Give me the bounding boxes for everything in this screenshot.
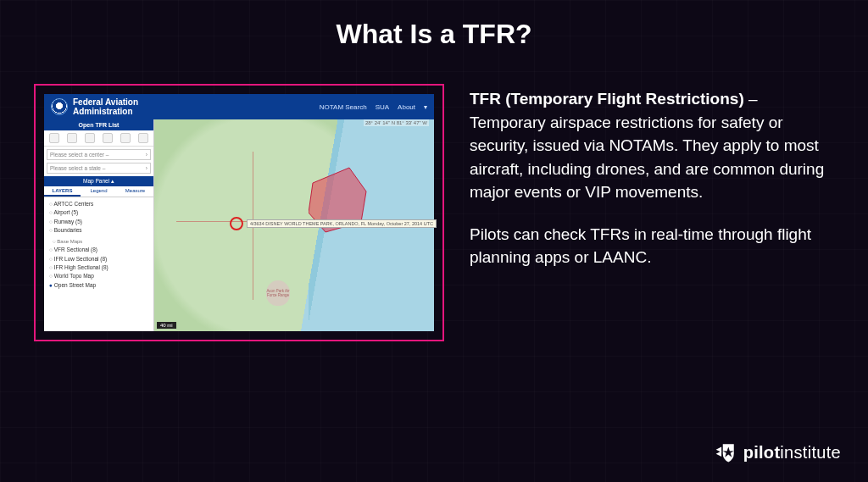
paragraph-1: TFR (Temporary Flight Restrictions) – Te… [470,87,834,204]
chevron-down-icon: ▾ [424,103,427,111]
tab-legend[interactable]: Legend [81,186,117,197]
layer-item-selected[interactable]: Open Street Map [49,281,148,290]
slide-title: What Is a TFR? [0,0,868,50]
tool-icon[interactable] [85,133,95,143]
brand-shield-wings-icon [715,441,737,463]
restricted-area-blob: Avon Park Air Force Range [266,280,290,306]
brand-rest: institute [780,443,841,462]
dash: – [744,90,758,108]
select-state-label: Please select a state – [50,165,105,171]
layer-item[interactable]: Runway (5) [49,218,148,226]
select-center-label: Please select a center – [50,152,108,158]
nav-sua[interactable]: SUA [376,103,389,111]
faa-screenshot-figure: Federal Aviation Administration NOTAM Se… [34,84,444,341]
tool-icon[interactable] [120,133,131,143]
layers-list: ARTCC Centers Airport (5) Runway (5) Bou… [44,197,153,292]
layer-item[interactable]: World Topo Map [49,272,148,280]
tool-icon[interactable] [103,133,113,143]
tfr-info-label[interactable]: 4/3634 DISNEY WORLD THEME PARK, ORLANDO,… [247,219,437,228]
explainer-text: TFR (Temporary Flight Restrictions) – Te… [470,84,834,269]
content-row: Federal Aviation Administration NOTAM Se… [0,50,868,341]
map-canvas[interactable]: 28° 24' 14" N 81° 33' 47" W 4/3634 DISNE… [154,119,434,331]
tool-icon[interactable] [138,133,148,143]
coordinate-readout: 28° 24' 14" N 81° 33' 47" W [364,119,429,126]
layer-item[interactable]: ARTCC Centers [49,200,148,208]
tab-measure[interactable]: Measure [117,186,153,197]
faa-header-bar: Federal Aviation Administration NOTAM Se… [44,94,434,119]
chevron-right-icon: › [146,165,147,171]
brand-bold: pilot [743,443,781,462]
map-panel-header[interactable]: Map Panel ▴ [44,176,153,186]
tool-icon[interactable] [49,133,59,143]
faa-org-name: Federal Aviation Administration [73,97,138,116]
layer-item[interactable]: Boundaries [49,226,148,235]
map-scale: 40 mi [157,322,176,329]
chevron-right-icon: › [146,152,147,158]
nav-about[interactable]: About [398,103,415,111]
brand-wordmark: pilotinstitute [743,443,841,463]
faa-seal-icon [51,98,68,115]
base-maps-section: Base Maps [49,235,148,247]
layer-item[interactable]: IFR High Sectional (8) [49,263,148,272]
select-center-dropdown[interactable]: Please select a center –› [47,149,151,160]
faa-sidebar: Open TFR List Please select a center –› … [44,119,154,331]
tfr-circle-marker[interactable] [230,217,243,230]
layer-item[interactable]: VFR Sectional (8) [49,246,148,254]
sidebar-toolbar [44,130,153,147]
nav-notam-search[interactable]: NOTAM Search [320,103,367,111]
layer-item[interactable]: IFR Low Sectional (8) [49,255,148,263]
term-bold: TFR (Temporary Flight Restrictions) [470,90,744,108]
faa-top-nav: NOTAM Search SUA About ▾ [320,103,427,111]
paragraph-2: Pilots can check TFRs in real-time throu… [470,223,834,269]
sidebar-tabs: LAYERS Legend Measure [44,186,153,197]
layer-item[interactable]: Airport (5) [49,208,148,217]
tab-layers[interactable]: LAYERS [44,186,81,197]
body1-rest: Temporary airspace restrictions for safe… [470,114,824,202]
brand-logo: pilotinstitute [715,441,841,463]
tool-icon[interactable] [67,133,77,143]
faa-app-body: Open TFR List Please select a center –› … [44,119,434,331]
select-state-dropdown[interactable]: Please select a state –› [47,163,151,174]
open-tfr-list-header[interactable]: Open TFR List [44,119,153,130]
